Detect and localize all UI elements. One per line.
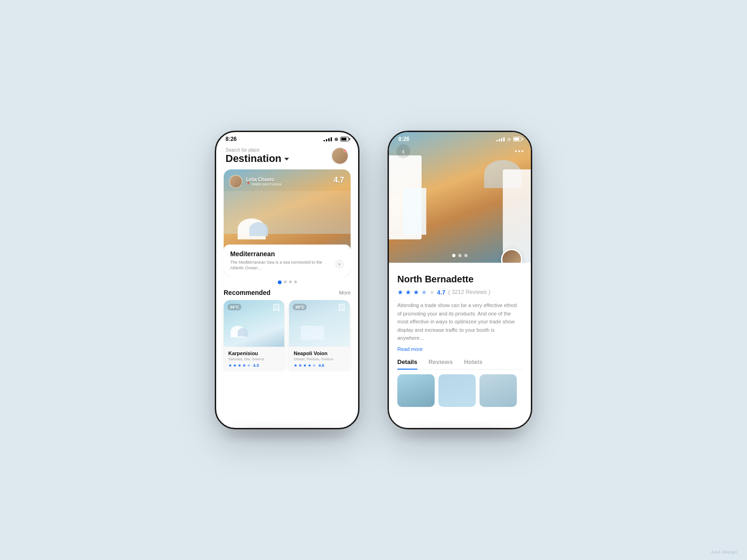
battery-icon-1 [340,137,349,141]
card-rating: 4.7 [334,176,344,184]
battery-icon-2 [513,137,521,141]
signal-icon-2 [496,137,505,141]
card-user-info: Lelia Chavez 📍 Wallis and Futuna [229,175,282,188]
thumbnail-1[interactable] [397,374,435,407]
rec-place-name-2: Neapoli Voion [294,350,345,356]
rec-location-2: Ofsasf, Perissa, Greece [294,357,345,361]
search-label: Search for place [226,147,289,153]
thumbnail-3[interactable] [479,374,517,407]
bookmark-icon-1[interactable] [273,304,281,313]
tab-details[interactable]: Details [397,358,417,369]
rec-rating-1: 4.3 [253,363,259,368]
app-header-1: Search for place Destination [216,144,358,169]
hero-dot-3[interactable] [465,254,468,257]
status-bar-1: 8:26 ⊜ [216,132,358,144]
rec-card-2[interactable]: 38°C Neapoli Voion Ofsasf, Perissa, Gree… [289,300,350,371]
detail-rating: 4.7 [437,289,445,296]
hero-dots [452,254,468,257]
temp-badge-2: 38°C [293,304,307,310]
rec-stars-1: ★ ★ ★ ★ ★ 4.3 [228,363,280,368]
phone-2: 8:26 ⊜ [388,131,532,429]
back-button[interactable]: ‹ [396,144,410,158]
featured-place-desc: The Mediterranean Sea is a sea connected… [230,259,333,271]
detail-description: Attending a trade show can be a very eff… [397,301,522,343]
featured-place-name: Mediterranean [230,250,344,258]
rec-location-1: Safosad, Oia, Greece [228,357,280,361]
hero-image: 8:26 ⊜ [389,132,531,263]
card-avatar [229,175,242,188]
hero-dot-1[interactable] [452,254,456,257]
tab-reviews[interactable]: Reviews [429,358,453,369]
time-1: 8:26 [226,136,237,142]
read-more-link[interactable]: Read more [397,346,423,352]
dot-2[interactable] [284,280,287,283]
card-user-location: 📍 Wallis and Futuna [246,182,282,186]
section-title: Recommended [224,289,270,296]
rec-stars-2: ★ ★ ★ ★ ★ 4.6 [294,363,345,368]
wifi-icon-1: ⊜ [334,137,338,142]
detail-tabs: Details Reviews Hotels [397,358,522,370]
phone-1: 8:26 ⊜ Search for plac [215,131,359,429]
more-button[interactable] [515,150,523,152]
more-link[interactable]: More [339,290,351,295]
header-left: Search for place Destination [226,147,289,165]
bookmark-icon-2[interactable] [338,304,346,313]
watermark: AAA design [711,550,738,554]
avatar-notification-dot [344,148,348,152]
card-user-name: Lelia Chavez [246,177,282,182]
detail-thumbnails [397,374,522,407]
detail-body: North Bernadette ★ ★ ★ ★ ★ 4.7 ( 3212 Re… [389,263,531,428]
card-info-box: Mediterranean The Mediterranean Sea is a… [224,245,351,277]
hero-dot-2[interactable] [458,254,462,257]
temp-badge-1: 34°C [227,304,241,310]
rec-card-1[interactable]: 34°C Karpenisiou Safosad, Oia, Greece ★ [224,300,284,371]
signal-icon-1 [324,137,332,141]
chevron-down-icon [284,158,289,161]
detail-reviews: ( 3212 Reviews ) [448,289,490,295]
time-2: 8:26 [398,136,409,142]
detail-place-name: North Bernadette [397,274,522,285]
tab-hotels[interactable]: Hotels [464,358,483,369]
dot-1[interactable] [278,280,282,284]
destination-title[interactable]: Destination [226,153,289,165]
user-avatar[interactable] [331,147,349,165]
recommended-header: Recommended More [216,287,358,300]
rec-rating-2: 4.6 [318,363,324,368]
dot-4[interactable] [294,280,297,283]
status-icons-2: ⊜ [496,137,521,142]
featured-card[interactable]: Lelia Chavez 📍 Wallis and Futuna 4.7 Med… [224,169,351,277]
card-arrow-icon[interactable]: › [335,259,344,269]
rec-place-name-1: Karpenisiou [228,350,280,356]
featured-dots [216,280,358,284]
status-icons-1: ⊜ [324,137,349,142]
thumbnail-2[interactable] [438,374,476,407]
wifi-icon-2: ⊜ [507,137,511,142]
dot-3[interactable] [289,280,292,283]
detail-stars-row: ★ ★ ★ ★ ★ 4.7 ( 3212 Reviews ) [397,288,522,296]
recommended-row: 34°C Karpenisiou Safosad, Oia, Greece ★ [216,300,358,371]
